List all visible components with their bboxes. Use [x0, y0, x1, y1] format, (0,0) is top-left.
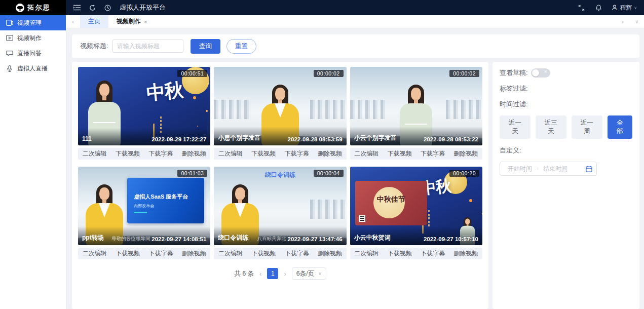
download-video-link[interactable]: 下载视频 [247, 249, 280, 258]
refresh-icon[interactable] [88, 4, 96, 12]
sidebar-item-label: 视频管理 [17, 19, 42, 27]
end-date-input[interactable] [540, 165, 571, 172]
tab-label: 视频制作 [117, 17, 141, 26]
fullscreen-icon[interactable] [577, 4, 585, 12]
time-filter-last-week-button[interactable]: 近一周 [572, 115, 602, 139]
gold-text-art [428, 210, 430, 227]
duration-badge: 00:00:04 [314, 170, 344, 177]
video-card: 绕口令训练 00:00:04 绕口令训练 八百标兵奔 [214, 167, 346, 259]
date-range-picker[interactable]: - [500, 162, 597, 176]
video-title: 小思个别字发音 [218, 134, 287, 142]
thumbnail-calligraphy: 中秋 [145, 77, 184, 106]
video-title-input[interactable] [112, 40, 183, 53]
page-number-button[interactable]: 1 [267, 268, 278, 279]
sidebar-item-video-production[interactable]: 视频制作 [0, 30, 66, 46]
video-list-panel: 中秋 00:00:51 111 2022-09-29 17:22:27 [72, 62, 488, 309]
reset-button[interactable]: 重置 [226, 39, 256, 54]
delete-video-link[interactable]: 删除视频 [313, 249, 346, 258]
collapse-sidebar-icon[interactable] [73, 4, 81, 12]
video-card: 00:00:02 小云个别字发音 2022-09-28 08:53:22 二次编… [350, 67, 482, 160]
video-card: 虚拟人SaaS 服务平台 内部发布会 00:01:03 [78, 167, 210, 259]
delete-video-link[interactable]: 删除视频 [177, 149, 210, 158]
notifications-bell-icon[interactable] [594, 4, 602, 12]
video-thumbnail[interactable]: 00:00:02 小思个别字发音 2022-09-28 08:53:59 [214, 67, 346, 145]
video-thumbnail[interactable]: 虚拟人SaaS 服务平台 内部发布会 00:01:03 [78, 167, 210, 245]
tabs-scroll-left-icon[interactable]: ‹ [66, 15, 80, 28]
download-subtitles-link[interactable]: 下载字幕 [144, 149, 177, 158]
sidebar: 视频管理 视频制作 直播问答 虚拟人直播 [0, 15, 66, 309]
video-card: 中秋 00:00:51 111 2022-09-29 17:22:27 [78, 67, 210, 160]
skyline-art [214, 100, 250, 119]
download-video-link[interactable]: 下载视频 [383, 249, 416, 258]
sidebar-item-video-management[interactable]: 视频管理 [0, 15, 66, 30]
video-thumbnail[interactable]: 00:00:02 小云个别字发音 2022-09-28 08:53:22 [350, 67, 482, 145]
video-timestamp: 2022-09-28 08:53:22 [424, 136, 478, 142]
user-menu[interactable]: 程辉 ∨ [612, 4, 637, 12]
calendar-icon[interactable] [586, 166, 592, 172]
tabs-scroll-right-icon[interactable]: › [616, 15, 630, 28]
edit-again-link[interactable]: 二次编辑 [214, 149, 247, 158]
prev-page-icon[interactable]: ‹ [258, 270, 262, 278]
video-timestamp: 2022-09-27 13:47:46 [288, 236, 343, 242]
tab-video-production[interactable]: 视频制作 × [108, 15, 155, 28]
edit-again-link[interactable]: 二次编辑 [350, 149, 383, 158]
delete-video-link[interactable]: 删除视频 [177, 249, 210, 258]
card-actions: 二次编辑 下载视频 下载字幕 删除视频 [214, 248, 346, 259]
filter-panel: 查看草稿: × 标签过滤: 时间过滤: [493, 62, 639, 309]
edit-again-link[interactable]: 二次编辑 [214, 249, 247, 258]
duration-badge: 00:00:51 [177, 70, 207, 77]
sidebar-item-label: 视频制作 [17, 34, 42, 43]
app-window: 拓尔思 虚拟人开放平台 程辉 [0, 0, 644, 309]
user-chevron-down-icon: ∨ [634, 6, 637, 10]
sidebar-item-virtual-human-live[interactable]: 虚拟人直播 [0, 61, 66, 76]
delete-video-link[interactable]: 删除视频 [449, 249, 482, 258]
page-size-select[interactable]: 6条/页 ∨ [292, 267, 326, 280]
select-chevron-down-icon: ∨ [318, 271, 322, 276]
download-video-link[interactable]: 下载视频 [111, 149, 144, 158]
download-subtitles-link[interactable]: 下载字幕 [144, 249, 177, 258]
lanterns-art [193, 96, 196, 99]
video-thumbnail[interactable]: 绕口令训练 00:00:04 绕口令训练 八百标兵奔 [214, 167, 346, 245]
video-thumbnail[interactable]: 中秋 00:00:51 111 2022-09-29 17:22:27 [78, 67, 210, 145]
tab-close-icon[interactable]: × [144, 19, 147, 25]
subtitle-caption: 尊敬的各位领导同 [111, 236, 150, 242]
edit-again-link[interactable]: 二次编辑 [78, 249, 111, 258]
duration-badge: 00:00:02 [314, 70, 344, 77]
download-video-link[interactable]: 下载视频 [383, 149, 416, 158]
download-subtitles-link[interactable]: 下载字幕 [280, 149, 313, 158]
query-button[interactable]: 查询 [191, 39, 220, 54]
download-subtitles-link[interactable]: 下载字幕 [416, 149, 449, 158]
duration-badge: 00:01:03 [177, 170, 207, 177]
page-size-value: 6条/页 [296, 269, 314, 278]
trs-logo-icon [16, 4, 24, 12]
download-subtitles-link[interactable]: 下载字幕 [280, 249, 313, 258]
skyline-art [310, 200, 347, 219]
time-filter-last-day-button[interactable]: 近一天 [500, 115, 531, 139]
tabbar: ‹ 主页 视频制作 × › ∨ [66, 15, 644, 28]
download-video-link[interactable]: 下载视频 [247, 149, 280, 158]
time-filter-all-button[interactable]: 全部 [608, 115, 632, 139]
view-draft-toggle[interactable]: × [531, 68, 550, 78]
lanterns-art [469, 199, 472, 202]
tab-home[interactable]: 主页 [80, 15, 108, 28]
edit-again-link[interactable]: 二次编辑 [78, 149, 111, 158]
video-timestamp: 2022-09-27 10:57:10 [424, 236, 478, 242]
delete-video-link[interactable]: 删除视频 [449, 149, 482, 158]
card-actions: 二次编辑 下载视频 下载字幕 删除视频 [78, 248, 210, 259]
tab-label: 主页 [88, 17, 100, 26]
next-page-icon[interactable]: › [283, 270, 287, 278]
duration-badge: 00:00:20 [449, 170, 479, 177]
search-panel: 视频标题: 查询 重置 [72, 34, 639, 58]
edit-again-link[interactable]: 二次编辑 [350, 249, 383, 258]
date-range-separator: - [536, 165, 540, 172]
video-thumbnail[interactable]: 中秋 中秋佳节 [350, 167, 482, 245]
tabs-menu-chevron-down-icon[interactable]: ∨ [630, 15, 644, 28]
user-icon [612, 5, 618, 11]
video-title: 小云个别字发音 [354, 134, 424, 142]
time-filter-last-3-days-button[interactable]: 近三天 [536, 115, 566, 139]
sidebar-item-live-qa[interactable]: 直播问答 [0, 46, 66, 61]
download-video-link[interactable]: 下载视频 [111, 249, 144, 258]
download-subtitles-link[interactable]: 下载字幕 [416, 249, 449, 258]
delete-video-link[interactable]: 删除视频 [313, 149, 346, 158]
start-date-input[interactable] [504, 165, 536, 172]
